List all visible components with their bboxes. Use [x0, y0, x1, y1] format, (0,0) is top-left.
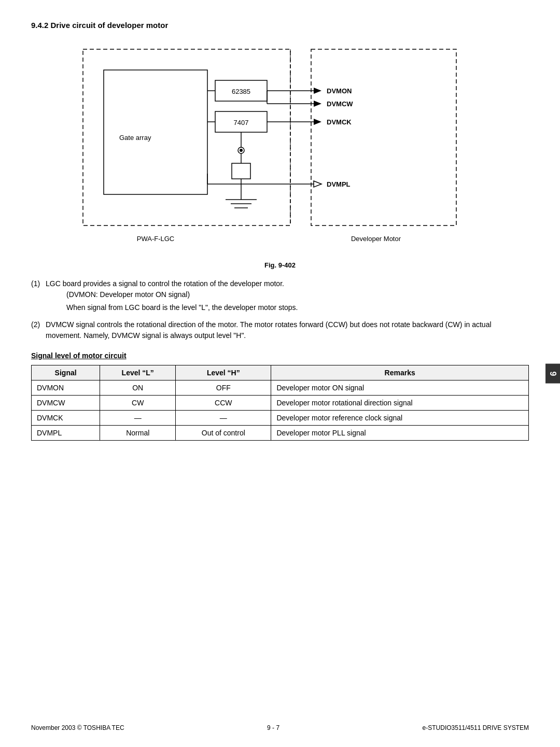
signal-section-title: Signal level of motor circuit [31, 351, 529, 360]
svg-rect-2 [104, 70, 207, 194]
table-header-row: Signal Level “L” Level “H” Remarks [32, 365, 529, 380]
svg-rect-24 [232, 163, 250, 179]
para2-num: (2) [31, 319, 46, 341]
table-row: DVMON ON OFF Developer motor ON signal [32, 380, 529, 396]
cell-signal: DVMCK [32, 411, 100, 426]
diagram-container: Gate array 62385 7407 [67, 39, 493, 269]
cell-level-h: OFF [176, 380, 271, 396]
svg-text:DVMCK: DVMCK [327, 118, 352, 126]
cell-signal: DVMCW [32, 396, 100, 411]
content-area: (1) LGC board provides a signal to contr… [31, 278, 529, 341]
col-header-signal: Signal [32, 365, 100, 380]
table-row: DVMCK — — Developer motor reference cloc… [32, 411, 529, 426]
paragraph-2: (2) DVMCW signal controls the rotational… [31, 319, 529, 341]
cell-level-h: — [176, 411, 271, 426]
table-row: DVMPL Normal Out of control Developer mo… [32, 426, 529, 441]
col-header-level-l: Level “L” [100, 365, 176, 380]
svg-text:Developer Motor: Developer Motor [351, 235, 401, 243]
fig-label: Fig. 9-402 [67, 261, 493, 269]
signal-table: Signal Level “L” Level “H” Remarks DVMON… [31, 365, 529, 441]
para1-num: (1) [31, 278, 46, 315]
svg-rect-1 [311, 49, 456, 225]
para1-content: LGC board provides a signal to control t… [46, 278, 298, 315]
cell-remarks: Developer motor reference clock signal [271, 411, 529, 426]
table-row: DVMCW CW CCW Developer motor rotational … [32, 396, 529, 411]
cell-signal: DVMPL [32, 426, 100, 441]
gate-array-label: Gate array [119, 134, 151, 142]
cell-signal: DVMON [32, 380, 100, 396]
paragraph-1: (1) LGC board provides a signal to contr… [31, 278, 529, 315]
footer-center: 9 - 7 [267, 724, 279, 731]
cell-remarks: Developer motor PLL signal [271, 426, 529, 441]
svg-text:7407: 7407 [234, 119, 249, 126]
svg-text:PWA-F-LGC: PWA-F-LGC [137, 235, 174, 243]
para2-text: DVMCW signal controls the rotational dir… [46, 319, 529, 341]
table-body: DVMON ON OFF Developer motor ON signal D… [32, 380, 529, 441]
cell-remarks: Developer motor rotational direction sig… [271, 396, 529, 411]
svg-marker-14 [314, 88, 321, 94]
col-header-remarks: Remarks [271, 365, 529, 380]
section-title: 9.4.2 Drive circuit of developer motor [31, 21, 529, 30]
svg-text:62385: 62385 [232, 88, 250, 95]
page: 9.4.2 Drive circuit of developer motor G… [0, 0, 560, 747]
para1-text: LGC board provides a signal to control t… [46, 278, 298, 289]
circuit-diagram: Gate array 62385 7407 [67, 39, 493, 257]
svg-marker-16 [314, 119, 321, 125]
svg-marker-15 [314, 101, 321, 107]
cell-level-l: CW [100, 396, 176, 411]
cell-level-l: Normal [100, 426, 176, 441]
footer: November 2003 © TOSHIBA TEC 9 - 7 e-STUD… [0, 724, 560, 731]
svg-marker-31 [314, 181, 321, 187]
cell-level-l: ON [100, 380, 176, 396]
cell-level-l: — [100, 411, 176, 426]
cell-level-h: Out of control [176, 426, 271, 441]
svg-text:DVMPL: DVMPL [327, 180, 351, 188]
footer-left: November 2003 © TOSHIBA TEC [31, 724, 124, 731]
svg-point-22 [240, 149, 243, 152]
para1-sub2: When signal from LGC board is the level … [46, 302, 298, 313]
col-header-level-h: Level “H” [176, 365, 271, 380]
signal-level-section: Signal level of motor circuit Signal Lev… [31, 351, 529, 441]
page-tab: 9 [545, 363, 560, 384]
cell-level-h: CCW [176, 396, 271, 411]
svg-rect-0 [83, 49, 290, 225]
svg-text:DVMCW: DVMCW [327, 100, 353, 108]
cell-remarks: Developer motor ON signal [271, 380, 529, 396]
svg-text:DVMON: DVMON [327, 87, 352, 95]
footer-right: e-STUDIO3511/4511 DRIVE SYSTEM [423, 724, 529, 731]
para1-sub1: (DVMON: Developer motor ON signal) [46, 289, 298, 300]
